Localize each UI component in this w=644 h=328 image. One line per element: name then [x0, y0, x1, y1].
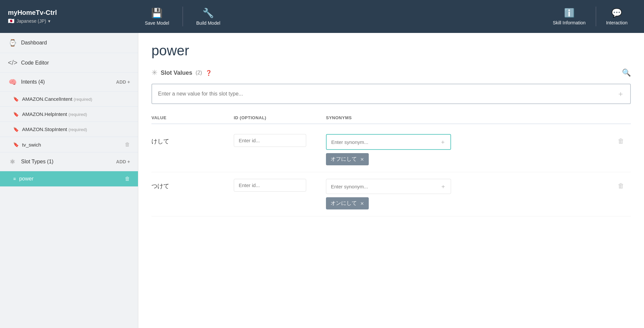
delete-row-tsukete-icon[interactable]: 🗑	[618, 182, 624, 190]
synonym-tag-onnishite: オンにして ✕	[326, 197, 369, 209]
new-value-input-row: ＋	[151, 84, 631, 104]
synonym-add-icon-tsukete[interactable]: ＋	[440, 182, 446, 190]
delete-row-keshite-icon[interactable]: 🗑	[618, 137, 624, 145]
help-icon[interactable]: ❓	[205, 70, 212, 76]
bookmark-icon-stop: 🔖	[13, 127, 19, 132]
chevron-down-icon: ▾	[48, 18, 50, 24]
synonym-text-input-keshite[interactable]	[331, 139, 440, 145]
app-title: myHomeTv-Ctrl	[8, 9, 130, 16]
slot-table: VALUE ID (OPTIONAL) SYNONYMS けして ＋ オフ	[151, 112, 631, 216]
top-nav: myHomeTv-Ctrl 🇯🇵 Japanese (JP) ▾ 💾 Save …	[0, 0, 644, 33]
value-cell-tsukete: つけて	[151, 179, 234, 190]
stop-intent-label: AMAZON.StopIntent (required)	[22, 126, 130, 132]
build-model-button[interactable]: 🔧 Build Model	[196, 8, 220, 26]
slot-types-section-header: ⚛ Slot Types (1) ADD +	[0, 152, 138, 171]
cancel-intent-required: (required)	[74, 97, 92, 102]
synonym-tag-close-tsukete[interactable]: ✕	[360, 201, 364, 206]
bookmark-icon-help: 🔖	[13, 112, 19, 117]
intents-section-label: Intents (4)	[21, 79, 116, 85]
sidebar-item-dashboard[interactable]: ⌚ Dashboard	[0, 33, 138, 53]
value-cell-keshite: けして	[151, 134, 234, 145]
sidebar-item-tv-switch[interactable]: 🔖 tv_swich 🗑	[0, 137, 138, 152]
nav-actions: 💾 Save Model 🔧 Build Model ℹ️ Skill Info…	[138, 5, 644, 29]
help-intent-required: (required)	[68, 112, 87, 117]
dashboard-icon: ⌚	[8, 39, 17, 47]
table-header: VALUE ID (OPTIONAL) SYNONYMS	[151, 112, 631, 124]
id-cell-keshite	[234, 134, 326, 147]
sidebar-code-editor-label: Code Editor	[21, 60, 130, 66]
build-model-label: Build Model	[196, 20, 220, 26]
synonyms-cell-keshite: ＋ オフにして ✕	[326, 134, 611, 165]
synonym-tag-close-keshite[interactable]: ✕	[360, 157, 364, 162]
page-title: power	[151, 43, 631, 59]
sidebar-item-stop-intent[interactable]: 🔖 AMAZON.StopIntent (required)	[0, 122, 138, 137]
interaction-label: Interaction	[606, 20, 628, 25]
sidebar-dashboard-label: Dashboard	[21, 40, 130, 46]
search-icon[interactable]: 🔍	[622, 68, 631, 77]
intents-section-header: 🧠 Intents (4) ADD +	[0, 73, 138, 92]
synonym-input-tsukete: ＋	[326, 179, 451, 194]
table-row: つけて ＋ オンにして ✕ 🗑	[151, 172, 631, 216]
nav-divider	[182, 7, 183, 26]
save-model-label: Save Model	[145, 20, 169, 26]
slot-values-icon: ✳	[151, 68, 157, 77]
sidebar-item-cancel-intent[interactable]: 🔖 AMAZON.CancelIntent (required)	[0, 92, 138, 107]
synonym-tag-ofunishite: オフにして ✕	[326, 153, 369, 165]
chat-icon: 💬	[611, 8, 622, 18]
info-icon: ℹ️	[564, 8, 575, 18]
id-cell-tsukete	[234, 179, 326, 192]
intents-add-button[interactable]: ADD +	[116, 79, 130, 85]
power-slot-label: power	[19, 176, 121, 182]
main-layout: ⌚ Dashboard </> Code Editor 🧠 Intents (4…	[0, 33, 644, 328]
stop-intent-required: (required)	[68, 127, 87, 132]
sidebar-item-power-slot[interactable]: ≡ power 🗑	[0, 171, 138, 187]
language-label: Japanese (JP)	[16, 18, 46, 24]
sidebar: ⌚ Dashboard </> Code Editor 🧠 Intents (4…	[0, 33, 138, 328]
bookmark-icon-tv: 🔖	[13, 142, 19, 147]
power-slot-delete-icon[interactable]: 🗑	[125, 176, 130, 182]
code-icon: </>	[8, 59, 17, 67]
interaction-button[interactable]: 💬 Interaction	[596, 5, 637, 29]
slot-values-header: ✳ Slot Values (2) ❓ 🔍	[151, 68, 631, 77]
flag-icon: 🇯🇵	[8, 18, 14, 24]
build-icon: 🔧	[202, 8, 214, 18]
synonym-text-input-tsukete[interactable]	[331, 184, 440, 189]
slot-types-section-label: Slot Types (1)	[21, 159, 116, 165]
save-icon: 💾	[151, 8, 163, 18]
synonyms-cell-tsukete: ＋ オンにして ✕	[326, 179, 611, 209]
sidebar-item-code-editor[interactable]: </> Code Editor	[0, 53, 138, 73]
col-header-value: VALUE	[151, 115, 234, 120]
skill-information-button[interactable]: ℹ️ Skill Information	[543, 5, 596, 29]
help-intent-label: AMAZON.HelpIntent (required)	[22, 111, 130, 117]
nav-right: ℹ️ Skill Information 💬 Interaction	[543, 5, 637, 29]
save-model-button[interactable]: 💾 Save Model	[145, 8, 169, 26]
list-icon: ≡	[13, 176, 16, 181]
cancel-intent-label: AMAZON.CancelIntent (required)	[22, 96, 130, 102]
nav-brand: myHomeTv-Ctrl 🇯🇵 Japanese (JP) ▾	[0, 9, 138, 24]
col-header-actions	[611, 115, 631, 120]
new-value-add-icon[interactable]: ＋	[617, 89, 624, 99]
tv-switch-label: tv_swich	[22, 142, 121, 148]
tv-switch-delete-icon[interactable]: 🗑	[125, 142, 130, 148]
language-selector[interactable]: 🇯🇵 Japanese (JP) ▾	[8, 18, 130, 24]
col-header-synonyms: SYNONYMS	[326, 115, 611, 120]
table-row: けして ＋ オフにして ✕ 🗑	[151, 127, 631, 172]
synonym-input-keshite: ＋	[326, 134, 451, 150]
slot-types-icon: ⚛	[8, 158, 17, 166]
col-header-id: ID (OPTIONAL)	[234, 115, 326, 120]
slot-types-add-button[interactable]: ADD +	[116, 159, 130, 164]
id-input-tsukete[interactable]	[234, 179, 306, 192]
slot-values-label: Slot Values	[161, 69, 192, 76]
new-value-input[interactable]	[158, 91, 617, 97]
slot-values-count: (2)	[196, 70, 202, 76]
synonym-tag-label-on: オンにして	[331, 200, 357, 207]
sidebar-item-help-intent[interactable]: 🔖 AMAZON.HelpIntent (required)	[0, 107, 138, 122]
delete-cell-keshite: 🗑	[611, 134, 631, 145]
intents-icon: 🧠	[8, 78, 17, 86]
delete-cell-tsukete: 🗑	[611, 179, 631, 190]
id-input-keshite[interactable]	[234, 134, 306, 147]
synonym-tag-label: オフにして	[331, 156, 357, 163]
content-area: power ✳ Slot Values (2) ❓ 🔍 ＋ VALUE ID (…	[138, 33, 644, 328]
synonym-add-icon-keshite[interactable]: ＋	[440, 138, 446, 146]
bookmark-icon: 🔖	[13, 96, 19, 102]
